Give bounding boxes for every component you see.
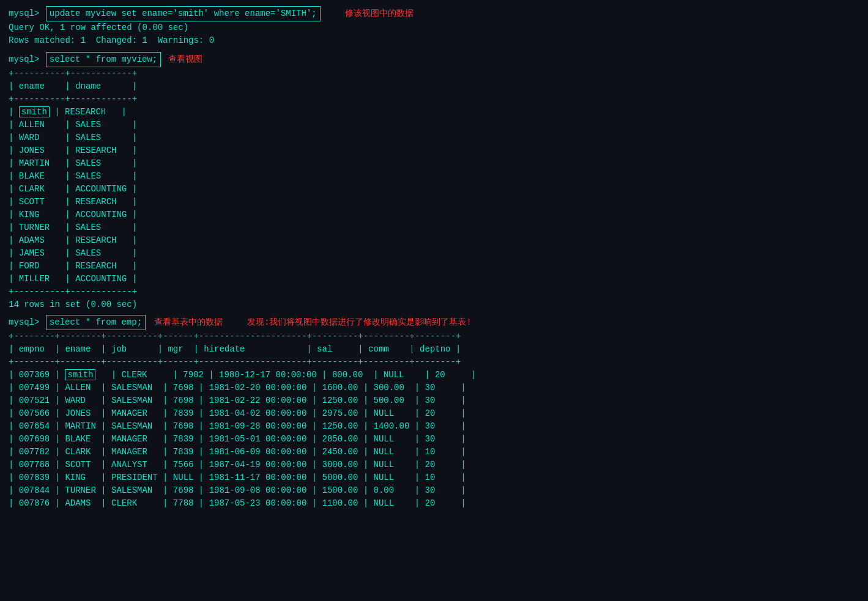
emp-header: | empno | ename | job | mgr | hiredate |… (9, 343, 859, 356)
view-table-row: | ADAMS | RESEARCH | (9, 234, 859, 247)
view-sep1: +----------+------------+ (9, 67, 859, 80)
emp-table-row: | 007844 | TURNER | SALESMAN | 7698 | 19… (9, 484, 859, 497)
annotation-view: 查看视图 (168, 53, 202, 66)
prompt3: mysql> (9, 316, 39, 329)
emp-table-row: | 007369 | smith | CLERK | 7902 | 1980-1… (9, 369, 859, 382)
rows-matched-line: Rows matched: 1 Changed: 1 Warnings: 0 (9, 34, 859, 47)
view-table-row: | KING | ACCOUNTING | (9, 208, 859, 221)
view-table-row: | MARTIN | SALES | (9, 157, 859, 170)
view-header: | ename | dname | (9, 80, 859, 93)
emp-table-row: | 007782 | CLARK | MANAGER | 7839 | 1981… (9, 446, 859, 459)
emp-sep1: +--------+--------+----------+------+---… (9, 330, 859, 343)
select-emp-command-line: mysql> select * from emp; 查看基表中的数据 发现:我们… (9, 315, 859, 330)
view-table-row: | SCOTT | RESEARCH | (9, 196, 859, 208)
annotation-emp2: 发现:我们将视图中数据进行了修改明确实是影响到了基表! (247, 316, 472, 329)
view-sep2: +----------+------------+ (9, 93, 859, 106)
select-emp-sql-box: select * from emp; (46, 315, 146, 330)
emp-table-row: | 007788 | SCOTT | ANALYST | 7566 | 1987… (9, 459, 859, 471)
emp-table-row: | 007566 | JONES | MANAGER | 7839 | 1981… (9, 407, 859, 420)
highlighted-ename-emp: smith (65, 369, 95, 380)
view-table-row: | JONES | RESEARCH | (9, 144, 859, 157)
view-row-count: 14 rows in set (0.00 sec) (9, 298, 859, 311)
update-command-line: mysql> update myview set ename='smith' w… (9, 6, 859, 21)
emp-sep2: +--------+--------+----------+------+---… (9, 356, 859, 369)
view-table-row: | ALLEN | SALES | (9, 119, 859, 131)
annotation-emp: 查看基表中的数据 (154, 316, 223, 329)
emp-table-row: | 007499 | ALLEN | SALESMAN | 7698 | 198… (9, 382, 859, 394)
query-ok-text: Query OK, 1 row affected (0.00 sec) (9, 21, 188, 34)
view-row-count-text: 14 rows in set (0.00 sec) (9, 298, 137, 311)
update-sql-box: update myview set ename='smith' where en… (46, 6, 321, 21)
prompt2: mysql> (9, 53, 39, 66)
annotation-update: 修该视图中的数据 (345, 7, 414, 20)
emp-table-row: | 007839 | KING | PRESIDENT | NULL | 198… (9, 471, 859, 484)
view-sep-bottom: +----------+------------+ (9, 286, 859, 298)
view-table-row: | TURNER | SALES | (9, 221, 859, 234)
select-view-sql-box: select * from myview; (46, 52, 161, 67)
query-ok-line: Query OK, 1 row affected (0.00 sec) (9, 21, 859, 34)
select-view-command-line: mysql> select * from myview; 查看视图 (9, 52, 859, 67)
highlighted-ename: smith (19, 106, 50, 117)
view-table-row: | FORD | RESEARCH | (9, 260, 859, 273)
view-table: +----------+------------+ | ename | dnam… (9, 67, 859, 298)
rows-matched-text: Rows matched: 1 Changed: 1 Warnings: 0 (9, 34, 214, 47)
emp-table-row: | 007698 | BLAKE | MANAGER | 7839 | 1981… (9, 433, 859, 446)
emp-table: +--------+--------+----------+------+---… (9, 330, 859, 510)
view-table-row: | BLAKE | SALES | (9, 170, 859, 183)
emp-table-row: | 007876 | ADAMS | CLERK | 7788 | 1987-0… (9, 497, 859, 510)
emp-table-row: | 007521 | WARD | SALESMAN | 7698 | 1981… (9, 394, 859, 407)
view-table-row: | MILLER | ACCOUNTING | (9, 273, 859, 286)
prompt1: mysql> (9, 7, 39, 20)
view-table-row: | WARD | SALES | (9, 131, 859, 144)
view-table-row: | CLARK | ACCOUNTING | (9, 183, 859, 196)
view-table-row: | JAMES | SALES | (9, 247, 859, 260)
view-table-row: | smith | RESEARCH | (9, 106, 859, 119)
emp-table-row: | 007654 | MARTIN | SALESMAN | 7698 | 19… (9, 420, 859, 433)
